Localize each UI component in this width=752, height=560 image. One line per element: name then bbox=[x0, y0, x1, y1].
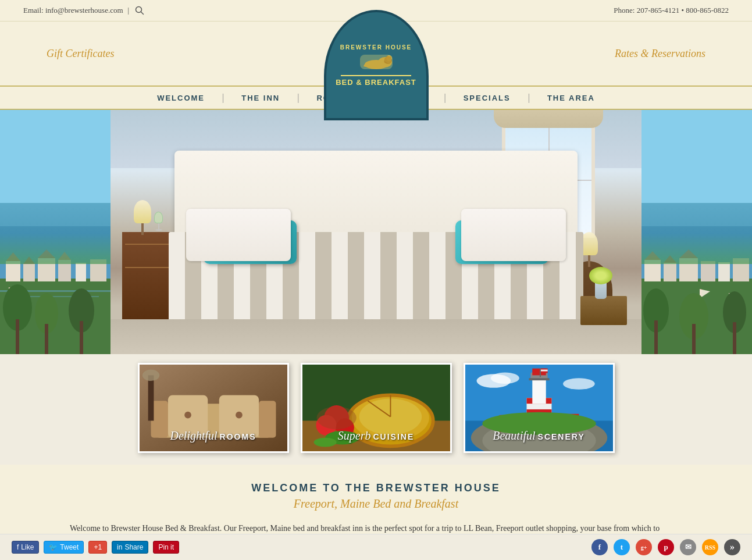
social-bar-right: f t g+ p ✉ RSS » bbox=[591, 539, 740, 555]
nav-the-inn[interactable]: THE INN bbox=[224, 94, 297, 102]
lamp-pole-right bbox=[588, 255, 590, 267]
hero-section bbox=[0, 110, 752, 354]
svg-rect-37 bbox=[701, 261, 715, 281]
svg-marker-20 bbox=[58, 252, 71, 260]
small-table bbox=[580, 296, 627, 325]
social-icon-googleplus[interactable]: g+ bbox=[636, 539, 652, 555]
svg-marker-19 bbox=[38, 249, 55, 258]
svg-rect-14 bbox=[58, 260, 71, 281]
svg-marker-17 bbox=[6, 252, 20, 261]
social-icon-more[interactable]: » bbox=[724, 539, 740, 555]
svg-rect-39 bbox=[733, 258, 749, 281]
pinterest-button[interactable]: Pin it bbox=[153, 541, 179, 554]
thumb-rooms-upper: ROOMS bbox=[220, 432, 256, 441]
pi-label: Pin it bbox=[158, 543, 174, 551]
svg-point-58 bbox=[184, 412, 191, 419]
svg-point-99 bbox=[563, 378, 595, 390]
separator: | bbox=[128, 6, 130, 15]
email-label: Email: info@brewsterhouse.com bbox=[23, 6, 123, 15]
logo-wrap: BREWSTER HOUSE BED & BREAKFAST bbox=[324, 10, 429, 120]
wine-glass bbox=[154, 212, 163, 232]
fb-icon: f bbox=[17, 543, 19, 551]
thumb-cuisine-label: Superb CUISINE bbox=[302, 429, 450, 443]
svg-marker-42 bbox=[679, 249, 698, 258]
svg-point-63 bbox=[142, 370, 159, 381]
logo-container[interactable]: BREWSTER HOUSE BED & BREAKFAST bbox=[324, 10, 429, 120]
thumb-cuisine-card[interactable]: Superb CUISINE bbox=[301, 363, 452, 453]
thumb-scenery-card[interactable]: Beautiful SCENERY bbox=[464, 363, 615, 453]
svg-point-59 bbox=[236, 412, 243, 419]
thumbnails-section: Delightful ROOMS bbox=[0, 354, 752, 465]
pillow-right-white bbox=[461, 209, 566, 261]
social-icon-twitter[interactable]: t bbox=[614, 539, 630, 555]
social-icon-rss[interactable]: RSS bbox=[702, 539, 718, 555]
facebook-like-button[interactable]: f Like bbox=[12, 541, 39, 554]
welcome-title: WELCOME TO THE BREWSTER HOUSE bbox=[70, 482, 682, 494]
phone-label: Phone: 207-865-4121 • 800-865-0822 bbox=[614, 6, 729, 15]
logo-lion-icon bbox=[359, 52, 394, 72]
lamp-pole-left bbox=[141, 223, 144, 235]
lamp-shade-left bbox=[134, 200, 151, 223]
bed-group bbox=[169, 151, 583, 337]
hero-right-panel bbox=[641, 110, 752, 354]
svg-rect-15 bbox=[76, 263, 86, 281]
pillow-left-white bbox=[186, 209, 291, 261]
nav-welcome[interactable]: WELCOME bbox=[140, 94, 222, 102]
tw-tweet-label: Tweet bbox=[60, 543, 79, 551]
search-icon[interactable] bbox=[134, 5, 145, 16]
svg-rect-50 bbox=[654, 320, 658, 354]
social-icon-pinterest[interactable]: p bbox=[658, 539, 674, 555]
wine-glass-base bbox=[155, 229, 162, 231]
fb-like-label: Like bbox=[21, 543, 34, 551]
social-bar: f Like 🐦 Tweet +1 in Share Pin it f t g+… bbox=[0, 534, 752, 560]
svg-rect-96 bbox=[540, 370, 547, 372]
gift-certificates-link[interactable]: Gift Certificates bbox=[47, 48, 115, 60]
nav-the-area[interactable]: THE AREA bbox=[530, 94, 612, 102]
thumb-scenery-label: Beautiful SCENERY bbox=[465, 429, 613, 443]
lamp-left bbox=[134, 200, 151, 235]
social-bar-left: f Like 🐦 Tweet +1 in Share Pin it bbox=[12, 541, 179, 554]
thumb-rooms-label: Delightful ROOMS bbox=[140, 429, 287, 443]
logo-separator bbox=[341, 75, 412, 76]
twitter-tweet-button[interactable]: 🐦 Tweet bbox=[44, 541, 84, 554]
thumb-cuisine-italic: Superb bbox=[338, 429, 371, 442]
thumb-scenery-upper: SCENERY bbox=[538, 432, 585, 441]
tw-icon: 🐦 bbox=[49, 543, 58, 551]
social-icon-facebook[interactable]: f bbox=[591, 539, 608, 555]
svg-line-1 bbox=[141, 12, 144, 15]
svg-rect-13 bbox=[38, 258, 55, 281]
svg-marker-18 bbox=[23, 256, 35, 264]
svg-rect-88 bbox=[529, 378, 549, 380]
svg-rect-28 bbox=[16, 319, 19, 354]
hero-center-bedroom bbox=[111, 110, 641, 354]
svg-rect-12 bbox=[23, 264, 35, 281]
thumb-rooms-card[interactable]: Delightful ROOMS bbox=[138, 363, 289, 453]
side-table-flowers bbox=[578, 273, 630, 325]
logo-top-text: BREWSTER HOUSE bbox=[340, 44, 412, 51]
right-landscape-icon bbox=[641, 110, 752, 354]
li-icon: in bbox=[117, 543, 122, 551]
left-landscape-icon bbox=[0, 110, 111, 354]
welcome-subtitle: Freeport, Maine Bed and Breakfast bbox=[70, 497, 682, 511]
nav-specials[interactable]: SPECIALS bbox=[446, 94, 528, 102]
svg-rect-11 bbox=[6, 261, 20, 281]
header-middle: Gift Certificates BREWSTER HOUSE BED & B… bbox=[0, 22, 752, 85]
flower-arrangement bbox=[589, 267, 612, 284]
li-label: Share bbox=[124, 543, 143, 551]
svg-marker-41 bbox=[664, 255, 676, 263]
svg-rect-30 bbox=[80, 321, 83, 354]
svg-rect-51 bbox=[692, 324, 696, 354]
svg-rect-52 bbox=[733, 322, 736, 354]
top-bar-right: Phone: 207-865-4121 • 800-865-0822 bbox=[614, 6, 729, 15]
svg-rect-29 bbox=[45, 324, 48, 354]
wine-glass-stem bbox=[158, 223, 159, 229]
rates-reservations-link[interactable]: Rates & Reservations bbox=[615, 48, 705, 60]
svg-rect-62 bbox=[148, 375, 154, 420]
svg-marker-40 bbox=[644, 251, 661, 260]
social-icon-email[interactable]: ✉ bbox=[680, 539, 696, 555]
svg-rect-35 bbox=[664, 263, 676, 281]
curtain-valance bbox=[494, 110, 603, 128]
gp-label: +1 bbox=[94, 543, 102, 551]
googleplus-button[interactable]: +1 bbox=[88, 541, 107, 554]
linkedin-share-button[interactable]: in Share bbox=[112, 541, 148, 554]
